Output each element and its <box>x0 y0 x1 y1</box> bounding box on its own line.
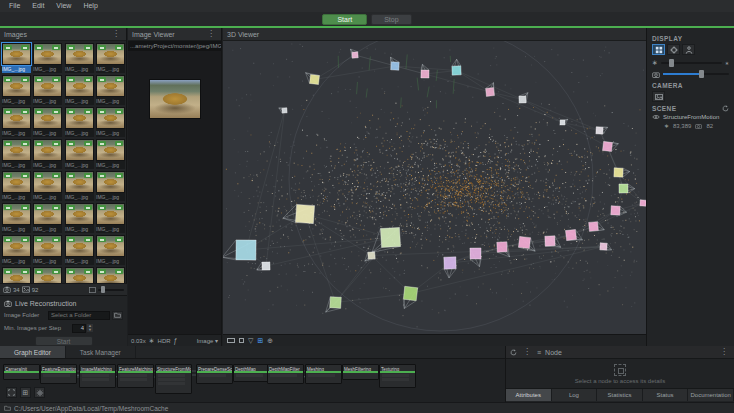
image-thumbnail[interactable]: IMG_...jpg <box>65 203 94 233</box>
image-thumbnail[interactable]: IMG_...jpg <box>33 235 62 265</box>
image-thumbnail[interactable]: IMG_...jpg <box>96 139 125 169</box>
tab-statistics[interactable]: Statistics <box>597 389 643 401</box>
live-reconstruction-start-button[interactable]: Start <box>35 336 93 346</box>
scene-node-name[interactable]: StructureFromMotion <box>663 114 719 120</box>
node-options-icon[interactable]: ⋮ <box>521 348 533 356</box>
image-viewer-body[interactable] <box>128 79 221 362</box>
image-overlay-icon[interactable] <box>239 338 244 343</box>
tab-status[interactable]: Status <box>643 389 689 401</box>
auto-layout-icon[interactable]: ⊞ <box>20 387 31 398</box>
image-thumbnail[interactable]: IMG_...jpg <box>96 107 125 137</box>
node-panel-menu-icon[interactable]: ⋮ <box>718 348 730 356</box>
image-thumbnail[interactable]: IMG_...jpg <box>65 171 94 201</box>
locator-display-button[interactable] <box>667 44 680 55</box>
image-thumbnail[interactable]: IMG_...jpg <box>33 139 62 169</box>
image-thumbnail[interactable]: IMG_...jpg <box>33 75 62 105</box>
image-thumbnail[interactable]: IMG_...jpg <box>2 203 31 233</box>
hdr-toggle[interactable]: HDR <box>158 338 171 344</box>
view-mode-dropdown[interactable]: Image ▾ <box>197 337 218 344</box>
live-reconstruction-header[interactable]: Live Reconstruction <box>4 298 123 308</box>
grid-display-button[interactable] <box>652 44 665 55</box>
stop-button[interactable]: Stop <box>371 14 411 25</box>
image-thumbnail[interactable]: IMG_...jpg <box>65 267 94 283</box>
grid-toggle-icon[interactable]: ▽ <box>248 337 253 345</box>
min-images-stepper[interactable]: ▲▼ <box>72 324 93 333</box>
graph-node-structurefrommotion[interactable]: StructureFromMotion <box>155 364 192 394</box>
image-thumbnail[interactable]: IMG_...jpg <box>96 203 125 233</box>
images-menu-icon[interactable]: ⋮ <box>110 30 122 38</box>
graph-node-meshing[interactable]: Meshing <box>305 364 342 384</box>
stepper-down-icon[interactable]: ▼ <box>87 328 93 332</box>
image-thumbnail[interactable]: IMG_...jpg <box>33 267 62 283</box>
tab-graph-editor[interactable]: Graph Editor <box>0 346 66 358</box>
graph-settings-gear-icon[interactable] <box>34 387 45 398</box>
image-thumbnail[interactable]: IMG_...jpg <box>33 203 62 233</box>
graph-node-featureextraction[interactable]: FeatureExtraction <box>40 364 77 384</box>
gizmo-toggle-icon[interactable]: ⊞ <box>257 337 263 345</box>
features-toggle-icon[interactable]: ∗ <box>149 337 155 345</box>
refresh-icon[interactable] <box>510 349 517 356</box>
graph-node-imagematching[interactable]: ImageMatching <box>79 364 116 388</box>
image-thumbnail[interactable]: IMG_...jpg <box>65 139 94 169</box>
metadata-badge-icon <box>67 237 75 242</box>
current-image[interactable] <box>149 79 201 119</box>
image-thumbnail[interactable]: IMG_...jpg <box>65 107 94 137</box>
tab-log[interactable]: Log <box>552 389 598 401</box>
menu-view[interactable]: View <box>51 0 76 12</box>
graph-node-preparedensescene[interactable]: PrepareDenseScene <box>196 364 233 384</box>
points-count: 83,389 <box>673 123 691 129</box>
tab-attributes[interactable]: Attributes <box>506 389 552 401</box>
thumbnail-size-slider[interactable] <box>98 289 124 291</box>
graph-node-depthmapfilter[interactable]: DepthMapFilter <box>267 364 304 384</box>
image-thumbnail[interactable]: IMG_...jpg <box>33 43 62 73</box>
point-cloud-viewport[interactable] <box>223 41 646 334</box>
cache-path-text[interactable]: C:/Users/User/AppData/Local/Temp/Meshroo… <box>14 405 168 412</box>
image-thumbnail[interactable]: IMG_...jpg <box>2 75 31 105</box>
tab-task-manager[interactable]: Task Manager <box>66 346 136 358</box>
point-size-slider[interactable] <box>661 62 722 64</box>
image-thumbnail[interactable]: IMG_...jpg <box>65 235 94 265</box>
menu-help[interactable]: Help <box>78 0 102 12</box>
graph-node-camerainit[interactable]: CameraInit <box>3 364 40 380</box>
menu-file[interactable]: File <box>4 0 25 12</box>
camera-scale-slider[interactable] <box>663 73 729 75</box>
image-thumbnail[interactable]: IMG_...jpg <box>96 43 125 73</box>
image-thumbnail[interactable]: IMG_...jpg <box>96 267 125 283</box>
fit-graph-icon[interactable] <box>6 387 17 398</box>
bounding-box-icon[interactable] <box>227 338 235 343</box>
viewer-3d-panel[interactable]: 3D Viewer ▽ ⊞ ⊕ <box>223 28 646 346</box>
graph-node-depthmap[interactable]: DepthMap <box>233 364 270 382</box>
locator-toggle-icon[interactable]: ⊕ <box>267 337 273 345</box>
exposure-icon[interactable]: ƒ <box>174 337 178 344</box>
tab-documentation[interactable]: Documentation <box>688 389 734 401</box>
human-scale-button[interactable] <box>682 44 695 55</box>
image-thumbnail[interactable]: IMG_...jpg <box>2 171 31 201</box>
image-thumbnail[interactable]: IMG_...jpg <box>33 107 62 137</box>
start-button[interactable]: Start <box>322 14 367 25</box>
graph-node-texturing[interactable]: Texturing <box>379 364 416 388</box>
image-thumbnail[interactable]: IMG_...jpg <box>2 267 31 283</box>
graph-node-meshfiltering[interactable]: MeshFiltering <box>342 364 379 380</box>
image-folder-input[interactable] <box>48 311 110 320</box>
visibility-eye-icon[interactable] <box>652 114 660 120</box>
image-overlay-button[interactable] <box>652 91 665 102</box>
image-viewer-menu-icon[interactable]: ⋮ <box>205 30 217 38</box>
browse-folder-button[interactable] <box>112 311 123 320</box>
image-thumbnail[interactable]: IMG_...jpg <box>2 43 31 73</box>
scene-sync-icon[interactable] <box>722 105 729 112</box>
node-list-icon[interactable]: ≡ <box>537 349 541 356</box>
graph-node-featurematching[interactable]: FeatureMatching <box>117 364 154 388</box>
image-thumbnail[interactable]: IMG_...jpg <box>2 235 31 265</box>
image-thumbnail[interactable]: IMG_...jpg <box>96 75 125 105</box>
image-thumbnail[interactable]: IMG_...jpg <box>33 171 62 201</box>
image-thumbnail[interactable]: IMG_...jpg <box>65 43 94 73</box>
menu-edit[interactable]: Edit <box>27 0 49 12</box>
node-graph-canvas[interactable]: ⊞ CameraInitFeatureExtractionImageMatchi… <box>0 359 505 402</box>
image-thumbnail[interactable]: IMG_...jpg <box>2 139 31 169</box>
image-thumbnail[interactable]: IMG_...jpg <box>2 107 31 137</box>
image-thumbnail[interactable]: IMG_...jpg <box>65 75 94 105</box>
main-toolbar: Start Stop <box>0 12 734 26</box>
image-thumbnail[interactable]: IMG_...jpg <box>96 235 125 265</box>
min-images-value[interactable] <box>72 324 86 333</box>
image-thumbnail[interactable]: IMG_...jpg <box>96 171 125 201</box>
